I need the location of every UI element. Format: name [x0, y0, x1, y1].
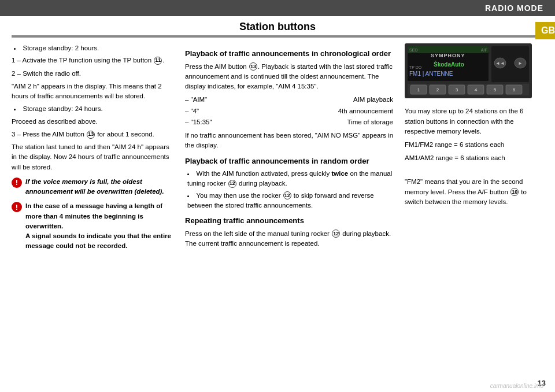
warning-text-2: In the case of a message having a length…	[25, 201, 173, 251]
list-item: You may then use the rocker 12 to skip f…	[187, 191, 399, 211]
button-11-icon: 11	[154, 57, 162, 65]
rocker-12c-icon: 12	[332, 230, 340, 238]
proceed-text: Proceed as described above.	[12, 117, 173, 127]
svg-text:SEO: SEO	[409, 48, 418, 52]
rocker-12b-icon: 12	[283, 191, 291, 199]
list-item: Storage standby: 2 hours.	[14, 43, 173, 53]
fm2-explanation: "FM2" means that you are in the second m…	[405, 177, 543, 208]
section-title: Station buttons	[12, 16, 543, 36]
section2-title: Playback of traffic announcements in ran…	[185, 156, 399, 167]
left-column: Storage standby: 2 hours. 1 – Activate t…	[12, 43, 173, 378]
middle-column: Playback of traffic announcements in chr…	[179, 43, 399, 378]
radio-svg: SEO A/F SYMPHONY ŠkodaAuto FM1 | ANTENNE…	[405, 43, 532, 98]
aim-24h-description: The station last tuned to and then "AIM …	[12, 142, 173, 172]
right-column: SEO A/F SYMPHONY ŠkodaAuto FM1 | ANTENNE…	[405, 43, 543, 378]
playback-row-4: – "4" 4th announcement	[185, 106, 399, 116]
warning-icon-1: !	[12, 177, 22, 188]
svg-text:3: 3	[456, 87, 458, 93]
language-tab: GB	[535, 22, 555, 39]
svg-text:5: 5	[494, 87, 497, 93]
warning-box-1: ! If the voice memory is full, the oldes…	[12, 177, 173, 197]
svg-text:2: 2	[436, 87, 439, 93]
warning-text-1: If the voice memory is full, the oldest …	[25, 177, 173, 197]
svg-text:FM1 | ANTENNE: FM1 | ANTENNE	[409, 71, 453, 77]
radio-image-container: SEO A/F SYMPHONY ŠkodaAuto FM1 | ANTENNE…	[405, 43, 543, 102]
list-item: Storage standby: 24 hours.	[14, 104, 173, 114]
no-traffic-text: If no traffic announcement has been stor…	[185, 131, 399, 151]
playback-row-time: – "15:35" Time of storage	[185, 117, 399, 127]
warning-icon-2: !	[12, 202, 22, 212]
step-2: 2 – Switch the radio off.	[12, 69, 173, 79]
step-1: 1 – Activate the TP function using the T…	[12, 56, 173, 65]
random-order-list: With the AIM function activated, press q…	[185, 169, 399, 210]
svg-text:TP DO: TP DO	[409, 65, 422, 69]
step-3: 3 – Press the AIM button 13 for about 1 …	[12, 130, 173, 139]
list-item: With the AIM function activated, press q…	[187, 169, 399, 189]
page-header: RADIO MODE	[0, 0, 555, 16]
svg-text:A/F: A/F	[481, 48, 487, 52]
svg-text:ŠkodaAuto: ŠkodaAuto	[434, 61, 464, 68]
storage-standby-24-list: Storage standby: 24 hours.	[12, 104, 173, 114]
watermark: carmanualonline.info	[490, 383, 543, 389]
playback-table: – "AIM" AIM playback – "4" 4th announcem…	[185, 95, 399, 127]
store-text: You may store up to 24 stations on the 6…	[405, 106, 543, 137]
fm1-fm2-text: FM1/FM2 range = 6 stations each	[405, 140, 543, 150]
am1-am2-text: AM1/AM2 range = 6 stations each	[405, 153, 543, 164]
main-content: Storage standby: 2 hours. 1 – Activate t…	[0, 38, 555, 383]
storage-standby-list: Storage standby: 2 hours.	[12, 43, 173, 53]
svg-text:SYMPHONY: SYMPHONY	[431, 53, 465, 58]
button-13-icon: 13	[87, 131, 95, 139]
section1-title: Playback of traffic announcements in chr…	[185, 48, 399, 60]
af-button-icon: 10	[510, 188, 519, 196]
aim-2h-description: "AIM 2 h" appears in the display. This m…	[12, 82, 173, 102]
svg-text:◄◄: ◄◄	[495, 61, 505, 66]
section3-body: Press on the left side of the manual tun…	[185, 229, 399, 249]
svg-text:6: 6	[513, 87, 516, 93]
section3-title: Repeating traffic announcements	[185, 215, 399, 227]
svg-text:4: 4	[475, 87, 478, 93]
svg-text:1: 1	[417, 87, 420, 93]
playback-row-aim: – "AIM" AIM playback	[185, 95, 399, 105]
header-title: RADIO MODE	[485, 3, 543, 13]
section1-body: Press the AIM button 13. Playback is sta…	[185, 62, 399, 92]
svg-text:►: ►	[518, 61, 523, 66]
aim-button-icon: 13	[249, 62, 257, 71]
warning-box-2: ! In the case of a message having a leng…	[12, 201, 173, 251]
rocker-12-icon: 12	[228, 180, 236, 188]
